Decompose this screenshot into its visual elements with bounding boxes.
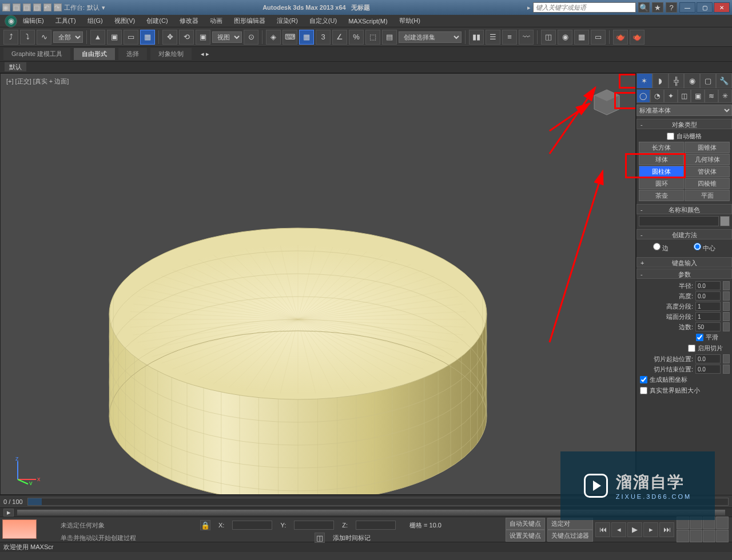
selection-filter[interactable]: 全部 <box>53 31 83 43</box>
pivot-icon[interactable]: ⊙ <box>244 30 258 45</box>
qat-save-icon[interactable]: ▢ <box>33 3 41 11</box>
workspace-value[interactable]: 默认 <box>87 3 100 12</box>
hierarchy-tab-icon[interactable]: ╬ <box>669 73 685 89</box>
btn-plane[interactable]: 平面 <box>685 190 730 201</box>
spacewarps-icon[interactable]: ≋ <box>705 89 718 103</box>
lights-icon[interactable]: ✦ <box>664 89 678 103</box>
tab-freeform[interactable]: 自由形式 <box>74 48 115 60</box>
sides-input[interactable] <box>695 322 721 331</box>
render-iterative-icon[interactable]: 🫖 <box>630 30 645 45</box>
color-swatch[interactable] <box>720 216 730 226</box>
radius-spinner[interactable] <box>723 281 730 290</box>
percent-snap-icon[interactable]: % <box>349 30 364 45</box>
menu-tools[interactable]: 工具(T) <box>50 17 82 25</box>
coord-z-input[interactable] <box>356 521 396 530</box>
keyboard-shortcut-icon[interactable]: ⌨ <box>283 30 297 45</box>
height-spinner[interactable] <box>723 291 730 301</box>
btn-sphere[interactable]: 球体 <box>639 154 684 165</box>
link-icon[interactable]: ⤴ <box>3 30 18 45</box>
editnamed-icon[interactable]: ▤ <box>382 30 397 45</box>
orbit-icon[interactable] <box>703 530 715 542</box>
sides-spinner[interactable] <box>723 322 730 331</box>
select-icon[interactable]: ▲ <box>90 30 105 45</box>
cameras-icon[interactable]: ◫ <box>678 89 691 103</box>
lock-icon[interactable]: 🔒 <box>200 520 210 530</box>
close-button[interactable]: ✕ <box>714 2 730 13</box>
cap-segs-input[interactable] <box>695 312 721 321</box>
slice-to-input[interactable] <box>695 365 721 374</box>
material-icon[interactable]: ◉ <box>558 30 572 45</box>
btn-geosphere[interactable]: 几何球体 <box>685 154 730 165</box>
angle-snap-icon[interactable]: ∠ <box>332 30 347 45</box>
snap-icon[interactable]: ▦ <box>299 30 314 45</box>
bind-icon[interactable]: ∿ <box>37 30 51 45</box>
helpers-icon[interactable]: ▣ <box>691 89 705 103</box>
menu-maxscript[interactable]: MAXScript(M) <box>343 18 393 25</box>
motion-tab-icon[interactable]: ◉ <box>684 73 700 89</box>
rollout-creation-method[interactable]: 创建方法 <box>636 229 732 239</box>
rollout-keyboard-entry[interactable]: 键盘输入 <box>636 257 732 267</box>
qat-new-icon[interactable]: ▢ <box>13 3 21 11</box>
play-icon[interactable]: ▶ <box>627 522 642 537</box>
fov-icon[interactable] <box>677 530 689 542</box>
tab-selection[interactable]: 选择 <box>118 48 147 60</box>
qat-redo-icon[interactable]: ↷ <box>54 3 62 11</box>
ref-coord[interactable]: 视图 <box>212 31 242 43</box>
gen-mapping-checkbox[interactable] <box>640 376 647 383</box>
slice-from-input[interactable] <box>695 354 721 363</box>
viewport[interactable]: [+] [正交] [真实 + 边面] z <box>0 73 636 495</box>
btn-box[interactable]: 长方体 <box>639 142 684 153</box>
smooth-checkbox[interactable] <box>696 334 703 341</box>
slice-on-checkbox[interactable] <box>688 345 695 352</box>
align-icon[interactable]: ☰ <box>486 30 500 45</box>
scale-icon[interactable]: ▣ <box>196 30 210 45</box>
next-frame-icon[interactable]: ▸ <box>643 522 658 537</box>
btn-cylinder[interactable]: 圆柱体 <box>639 166 684 177</box>
minimize-button[interactable]: — <box>679 2 695 13</box>
autokey-button[interactable]: 自动关键点 <box>506 518 545 530</box>
menu-rendering[interactable]: 渲染(R) <box>271 17 304 25</box>
utilities-tab-icon[interactable]: 🔧 <box>716 73 732 89</box>
prev-frame-icon[interactable]: ◂ <box>611 522 626 537</box>
window-crossing-icon[interactable]: ▦ <box>140 30 155 45</box>
add-time-tag[interactable]: 添加时间标记 <box>333 534 371 542</box>
menu-customize[interactable]: 自定义(U) <box>304 17 343 25</box>
select-region-icon[interactable]: ▭ <box>124 30 138 45</box>
tab-objectpaint[interactable]: 对象绘制 <box>150 48 192 60</box>
render-production-icon[interactable]: 🫖 <box>613 30 628 45</box>
category-select[interactable]: 标准基本体 <box>636 105 732 116</box>
object-name-input[interactable] <box>639 216 719 226</box>
btn-tube[interactable]: 管状体 <box>685 166 730 177</box>
hseg-spinner[interactable] <box>723 302 730 311</box>
tab-graphite[interactable]: Graphite 建模工具 <box>3 48 70 60</box>
qat-open-icon[interactable]: ▢ <box>23 3 31 11</box>
select-name-icon[interactable]: ▣ <box>107 30 122 45</box>
goto-start-icon[interactable]: ⏮ <box>595 522 610 537</box>
height-segs-input[interactable] <box>695 302 721 311</box>
create-tab-icon[interactable]: ✶ <box>636 73 653 89</box>
spinner-snap-icon[interactable]: ⬚ <box>365 30 380 45</box>
systems-icon[interactable]: ✳ <box>718 89 732 103</box>
render-setup-icon[interactable]: ▦ <box>574 30 589 45</box>
auto-grid-checkbox[interactable] <box>667 133 674 140</box>
rollout-name-color[interactable]: 名称和颜色 <box>636 204 732 214</box>
btn-torus[interactable]: 圆环 <box>639 178 684 189</box>
coord-y-input[interactable] <box>294 521 334 530</box>
help-icon[interactable]: ? <box>666 2 677 13</box>
maximize-button[interactable]: ▢ <box>697 2 713 13</box>
btn-cone[interactable]: 圆锥体 <box>685 142 730 153</box>
modify-tab-icon[interactable]: ◗ <box>653 73 669 89</box>
btn-pyramid[interactable]: 四棱锥 <box>685 178 730 189</box>
menu-views[interactable]: 视图(V) <box>109 17 141 25</box>
infocenter-icon[interactable]: 🔍 <box>638 2 650 13</box>
menu-grapheditors[interactable]: 图形编辑器 <box>228 17 271 25</box>
viewcube[interactable] <box>590 85 624 119</box>
star-icon[interactable]: ★ <box>652 2 663 13</box>
display-tab-icon[interactable]: ▢ <box>700 73 716 89</box>
realworld-checkbox[interactable] <box>640 387 647 394</box>
btn-teapot[interactable]: 茶壶 <box>639 190 684 201</box>
keyfilter-button[interactable]: 关键点过滤器 <box>547 530 593 542</box>
maximize-viewport-icon[interactable] <box>716 530 729 542</box>
menu-create[interactable]: 创建(C) <box>141 17 173 25</box>
goto-end-icon[interactable]: ⏭ <box>659 522 674 537</box>
